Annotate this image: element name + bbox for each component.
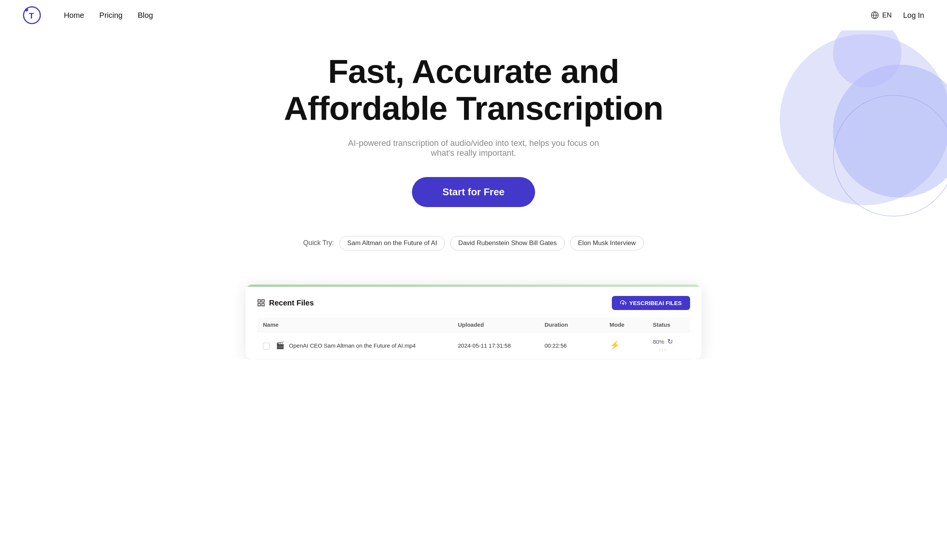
navbar: T Home Pricing Blog EN Log In xyxy=(0,0,947,30)
file-uploaded-cell: 2024-05-11 17:31:58 xyxy=(452,332,538,359)
table-row: 🎬 OpenAI CEO Sam Altman on the Future of… xyxy=(257,332,690,359)
quick-chip-0[interactable]: Sam Altman on the Future of AI xyxy=(339,236,445,250)
svg-rect-8 xyxy=(262,304,264,306)
file-mode-cell: ⚡ xyxy=(603,332,647,359)
upload-button-label: YESCRIBEAI FILES xyxy=(629,300,682,306)
col-header-status: Status xyxy=(647,318,690,332)
status-spinner-icon: ↻ xyxy=(667,338,673,345)
file-name-cell: 🎬 OpenAI CEO Sam Altman on the Future of… xyxy=(257,332,452,359)
file-status-cell: 80% ↻ ··· xyxy=(647,332,690,359)
hero-title: Fast, Accurate and Affordable Transcript… xyxy=(245,53,702,127)
dashboard-wrapper: Recent Files YESCRIBEAI FILES Name Uploa… xyxy=(207,266,740,359)
svg-point-1 xyxy=(25,8,28,11)
table-header-row: Name Uploaded Duration Mode Status xyxy=(257,318,690,332)
col-header-duration: Duration xyxy=(538,318,603,332)
quick-chip-1[interactable]: David Rubenstein Show Bill Gates xyxy=(450,236,565,250)
col-header-mode: Mode xyxy=(603,318,647,332)
quick-try-section: Quick Try: Sam Altman on the Future of A… xyxy=(8,236,939,250)
nav-home[interactable]: Home xyxy=(64,11,84,20)
hero-section: Fast, Accurate and Affordable Transcript… xyxy=(0,30,947,266)
globe-icon xyxy=(871,11,879,19)
more-options-icon[interactable]: ··· xyxy=(659,346,667,353)
language-selector[interactable]: EN xyxy=(871,11,892,19)
upload-icon xyxy=(620,300,626,306)
dashboard-inner: Recent Files YESCRIBEAI FILES Name Uploa… xyxy=(245,287,702,359)
file-checkbox[interactable] xyxy=(263,343,270,350)
col-header-uploaded: Uploaded xyxy=(452,318,538,332)
start-free-button[interactable]: Start for Free xyxy=(412,177,535,207)
logo[interactable]: T xyxy=(23,6,41,24)
files-table: Name Uploaded Duration Mode Status 🎬 Ope… xyxy=(257,318,690,359)
grid-icon xyxy=(257,299,265,307)
quick-try-label: Quick Try: xyxy=(303,239,334,247)
login-button[interactable]: Log In xyxy=(903,11,924,20)
recent-files-title: Recent Files xyxy=(257,299,314,307)
nav-pricing[interactable]: Pricing xyxy=(99,11,122,20)
file-name: OpenAI CEO Sam Altman on the Future of A… xyxy=(289,342,416,349)
svg-rect-6 xyxy=(262,300,264,302)
status-percent: 80% xyxy=(653,339,664,345)
svg-rect-7 xyxy=(258,304,260,306)
mode-icon: ⚡ xyxy=(610,340,620,350)
hero-subtitle: AI-powered transcription of audio/video … xyxy=(340,138,607,158)
upload-button[interactable]: YESCRIBEAI FILES xyxy=(612,296,690,310)
col-header-name: Name xyxy=(257,318,452,332)
language-label: EN xyxy=(882,11,892,19)
hero-content: Fast, Accurate and Affordable Transcript… xyxy=(8,53,939,250)
file-type-icon: 🎬 xyxy=(276,342,284,349)
recent-files-header: Recent Files YESCRIBEAI FILES xyxy=(257,296,690,310)
nav-blog[interactable]: Blog xyxy=(138,11,153,20)
svg-rect-5 xyxy=(258,300,260,302)
quick-chip-2[interactable]: Elon Musk Interview xyxy=(570,236,644,250)
nav-links: Home Pricing Blog xyxy=(64,11,871,20)
nav-right: EN Log In xyxy=(871,11,924,20)
dashboard-preview: Recent Files YESCRIBEAI FILES Name Uploa… xyxy=(245,285,702,359)
recent-files-label: Recent Files xyxy=(269,299,314,307)
svg-text:T: T xyxy=(29,11,34,21)
file-duration-cell: 00:22:56 xyxy=(538,332,603,359)
